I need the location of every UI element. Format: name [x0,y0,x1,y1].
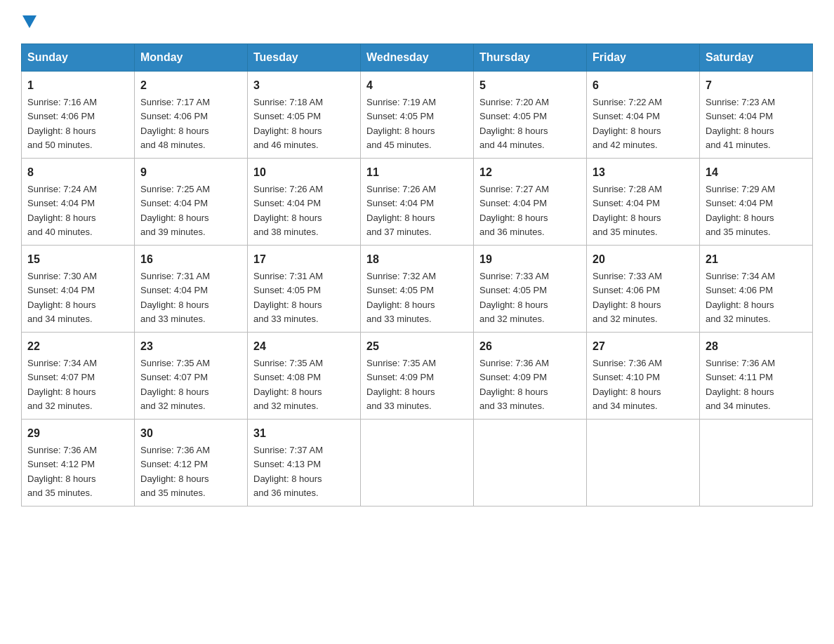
day-info: Sunrise: 7:34 AMSunset: 4:06 PMDaylight:… [706,271,775,324]
day-number: 9 [140,164,241,181]
calendar-week-row: 8 Sunrise: 7:24 AMSunset: 4:04 PMDayligh… [22,159,813,246]
day-info: Sunrise: 7:27 AMSunset: 4:04 PMDaylight:… [479,184,549,237]
day-info: Sunrise: 7:36 AMSunset: 4:12 PMDaylight:… [27,445,97,498]
calendar-table: SundayMondayTuesdayWednesdayThursdayFrid… [21,43,813,507]
day-number: 2 [140,77,241,94]
day-info: Sunrise: 7:30 AMSunset: 4:04 PMDaylight:… [27,271,97,324]
day-number: 28 [706,338,807,355]
day-info: Sunrise: 7:28 AMSunset: 4:04 PMDaylight:… [593,184,662,237]
day-number: 29 [27,425,128,442]
day-number: 25 [366,338,468,355]
day-info: Sunrise: 7:17 AMSunset: 4:06 PMDaylight:… [140,97,210,150]
day-number: 10 [253,164,355,181]
day-number: 30 [140,425,241,442]
day-number: 24 [253,338,355,355]
day-of-week-header: Tuesday [248,44,361,72]
calendar-day-cell: 6 Sunrise: 7:22 AMSunset: 4:04 PMDayligh… [587,72,700,159]
day-number: 21 [706,251,807,268]
calendar-day-cell: 13 Sunrise: 7:28 AMSunset: 4:04 PMDaylig… [587,159,700,246]
calendar-day-cell: 31 Sunrise: 7:37 AMSunset: 4:13 PMDaylig… [248,420,361,507]
calendar-day-cell: 21 Sunrise: 7:34 AMSunset: 4:06 PMDaylig… [700,246,813,333]
calendar-day-cell: 7 Sunrise: 7:23 AMSunset: 4:04 PMDayligh… [700,72,813,159]
calendar-day-cell: 11 Sunrise: 7:26 AMSunset: 4:04 PMDaylig… [361,159,474,246]
day-info: Sunrise: 7:31 AMSunset: 4:05 PMDaylight:… [253,271,323,324]
calendar-day-cell: 17 Sunrise: 7:31 AMSunset: 4:05 PMDaylig… [248,246,361,333]
calendar-day-cell: 27 Sunrise: 7:36 AMSunset: 4:10 PMDaylig… [587,333,700,420]
calendar-day-cell: 14 Sunrise: 7:29 AMSunset: 4:04 PMDaylig… [700,159,813,246]
calendar-day-cell: 3 Sunrise: 7:18 AMSunset: 4:05 PMDayligh… [248,72,361,159]
page-header [21,14,813,29]
calendar-day-cell: 12 Sunrise: 7:27 AMSunset: 4:04 PMDaylig… [474,159,587,246]
day-info: Sunrise: 7:26 AMSunset: 4:04 PMDaylight:… [253,184,323,237]
svg-marker-0 [22,15,37,28]
day-info: Sunrise: 7:23 AMSunset: 4:04 PMDaylight:… [706,97,775,150]
day-info: Sunrise: 7:25 AMSunset: 4:04 PMDaylight:… [140,184,210,237]
day-info: Sunrise: 7:22 AMSunset: 4:04 PMDaylight:… [593,97,662,150]
day-number: 17 [253,251,355,268]
day-number: 7 [706,77,807,94]
calendar-day-cell [700,420,813,507]
calendar-day-cell: 19 Sunrise: 7:33 AMSunset: 4:05 PMDaylig… [474,246,587,333]
day-of-week-header: Friday [587,44,700,72]
day-number: 15 [27,251,128,268]
logo-arrow-icon [22,15,37,29]
day-number: 16 [140,251,241,268]
calendar-day-cell [474,420,587,507]
calendar-week-row: 29 Sunrise: 7:36 AMSunset: 4:12 PMDaylig… [22,420,813,507]
calendar-week-row: 15 Sunrise: 7:30 AMSunset: 4:04 PMDaylig… [22,246,813,333]
day-number: 18 [366,251,468,268]
day-number: 20 [593,251,694,268]
day-number: 3 [253,77,355,94]
day-info: Sunrise: 7:37 AMSunset: 4:13 PMDaylight:… [253,445,323,498]
day-info: Sunrise: 7:20 AMSunset: 4:05 PMDaylight:… [479,97,549,150]
logo [21,14,37,29]
day-info: Sunrise: 7:33 AMSunset: 4:06 PMDaylight:… [593,271,662,324]
calendar-header-row: SundayMondayTuesdayWednesdayThursdayFrid… [22,44,813,72]
day-number: 4 [366,77,468,94]
calendar-day-cell: 4 Sunrise: 7:19 AMSunset: 4:05 PMDayligh… [361,72,474,159]
day-of-week-header: Sunday [22,44,135,72]
day-info: Sunrise: 7:34 AMSunset: 4:07 PMDaylight:… [27,358,97,411]
calendar-day-cell: 10 Sunrise: 7:26 AMSunset: 4:04 PMDaylig… [248,159,361,246]
day-number: 23 [140,338,241,355]
day-info: Sunrise: 7:18 AMSunset: 4:05 PMDaylight:… [253,97,323,150]
calendar-day-cell: 28 Sunrise: 7:36 AMSunset: 4:11 PMDaylig… [700,333,813,420]
calendar-day-cell: 5 Sunrise: 7:20 AMSunset: 4:05 PMDayligh… [474,72,587,159]
calendar-day-cell: 22 Sunrise: 7:34 AMSunset: 4:07 PMDaylig… [22,333,135,420]
day-info: Sunrise: 7:36 AMSunset: 4:12 PMDaylight:… [140,445,210,498]
calendar-day-cell: 9 Sunrise: 7:25 AMSunset: 4:04 PMDayligh… [135,159,248,246]
day-info: Sunrise: 7:24 AMSunset: 4:04 PMDaylight:… [27,184,97,237]
day-info: Sunrise: 7:36 AMSunset: 4:11 PMDaylight:… [706,358,775,411]
day-number: 13 [593,164,694,181]
day-of-week-header: Monday [135,44,248,72]
calendar-day-cell: 2 Sunrise: 7:17 AMSunset: 4:06 PMDayligh… [135,72,248,159]
day-info: Sunrise: 7:26 AMSunset: 4:04 PMDaylight:… [366,184,436,237]
day-number: 12 [479,164,581,181]
day-of-week-header: Wednesday [361,44,474,72]
calendar-day-cell: 1 Sunrise: 7:16 AMSunset: 4:06 PMDayligh… [22,72,135,159]
calendar-day-cell: 30 Sunrise: 7:36 AMSunset: 4:12 PMDaylig… [135,420,248,507]
day-info: Sunrise: 7:29 AMSunset: 4:04 PMDaylight:… [706,184,775,237]
day-number: 1 [27,77,128,94]
calendar-day-cell: 23 Sunrise: 7:35 AMSunset: 4:07 PMDaylig… [135,333,248,420]
day-of-week-header: Saturday [700,44,813,72]
calendar-day-cell: 8 Sunrise: 7:24 AMSunset: 4:04 PMDayligh… [22,159,135,246]
day-info: Sunrise: 7:31 AMSunset: 4:04 PMDaylight:… [140,271,210,324]
day-number: 11 [366,164,468,181]
day-number: 27 [593,338,694,355]
calendar-day-cell: 15 Sunrise: 7:30 AMSunset: 4:04 PMDaylig… [22,246,135,333]
day-of-week-header: Thursday [474,44,587,72]
day-info: Sunrise: 7:16 AMSunset: 4:06 PMDaylight:… [27,97,97,150]
day-info: Sunrise: 7:35 AMSunset: 4:09 PMDaylight:… [366,358,436,411]
calendar-day-cell: 25 Sunrise: 7:35 AMSunset: 4:09 PMDaylig… [361,333,474,420]
day-info: Sunrise: 7:33 AMSunset: 4:05 PMDaylight:… [479,271,549,324]
day-info: Sunrise: 7:35 AMSunset: 4:07 PMDaylight:… [140,358,210,411]
day-number: 22 [27,338,128,355]
calendar-day-cell [587,420,700,507]
day-number: 5 [479,77,581,94]
day-info: Sunrise: 7:36 AMSunset: 4:09 PMDaylight:… [479,358,549,411]
calendar-week-row: 1 Sunrise: 7:16 AMSunset: 4:06 PMDayligh… [22,72,813,159]
day-info: Sunrise: 7:19 AMSunset: 4:05 PMDaylight:… [366,97,436,150]
calendar-week-row: 22 Sunrise: 7:34 AMSunset: 4:07 PMDaylig… [22,333,813,420]
calendar-day-cell: 20 Sunrise: 7:33 AMSunset: 4:06 PMDaylig… [587,246,700,333]
